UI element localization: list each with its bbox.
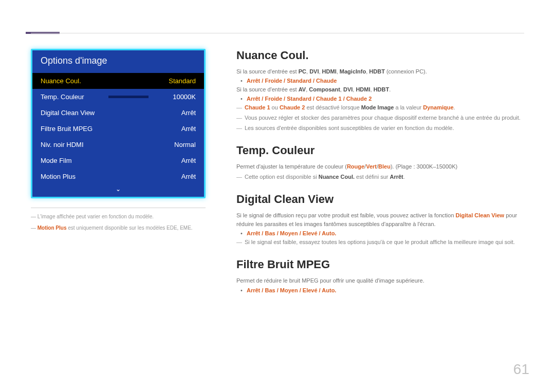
- paragraph: Permet de réduire le bruit MPEG pour off…: [236, 276, 524, 285]
- menu-item-label: Filtre Bruit MPEG: [41, 125, 92, 133]
- section-nuance-coul: Nuance Coul. Si la source d'entrée est P…: [236, 49, 524, 133]
- menu-item-nuance-coul[interactable]: Nuance Coul. Standard: [32, 73, 204, 89]
- bullet-item: Arrêt / Bas / Moyen / Elevé / Auto.: [236, 230, 524, 236]
- menu-item-label: Nuance Coul.: [41, 77, 81, 85]
- section-filtre-bruit-mpeg: Filtre Bruit MPEG Permet de réduire le b…: [236, 258, 524, 293]
- section-temp-couleur: Temp. Couleur Permet d'ajuster la tempér…: [236, 144, 524, 181]
- section-heading: Digital Clean View: [236, 193, 524, 206]
- menu-item-value: 10000K: [173, 93, 196, 101]
- menu-item-digital-clean-view[interactable]: Digital Clean View Arrêt: [32, 105, 204, 121]
- menu-item-value: Arrêt: [181, 109, 196, 117]
- chevron-down-icon[interactable]: ⌄: [32, 184, 204, 197]
- menu-item-mode-film[interactable]: Mode Film Arrêt: [32, 153, 204, 169]
- note-line: ―Vous pouvez régler et stocker des param…: [236, 114, 524, 122]
- menu-item-temp-couleur[interactable]: Temp. Couleur 10000K: [32, 89, 204, 105]
- section-heading: Filtre Bruit MPEG: [236, 258, 524, 271]
- bullet-item: Arrêt / Froide / Standard / Chaude: [236, 78, 524, 84]
- menu-item-value: Arrêt: [181, 125, 196, 133]
- section-heading: Temp. Couleur: [236, 144, 524, 157]
- menu-item-filtre-bruit-mpeg[interactable]: Filtre Bruit MPEG Arrêt: [32, 121, 204, 137]
- note-line: ―Chaude 1 ou Chaude 2 est désactivé lors…: [236, 103, 524, 112]
- options-image-menu[interactable]: Options d'image Nuance Coul. Standard Te…: [31, 49, 206, 198]
- menu-item-label: Motion Plus: [41, 173, 76, 180]
- footnote-1: ― L'image affichée peut varier en foncti…: [31, 213, 206, 220]
- paragraph: Permet d'ajuster la température de coule…: [236, 162, 524, 171]
- note-line: ―Si le signal est faible, essayez toutes…: [236, 238, 524, 247]
- menu-item-value: Arrêt: [181, 173, 196, 180]
- note-line: ―Les sources d'entrée disponibles sont s…: [236, 124, 524, 133]
- menu-item-value: Standard: [169, 77, 196, 85]
- footnote-2: ― Motion Plus est uniquement disponible …: [31, 225, 206, 232]
- menu-item-label: Temp. Couleur: [41, 93, 84, 101]
- menu-item-label: Niv. noir HDMI: [41, 141, 84, 148]
- bullet-item: Arrêt / Bas / Moyen / Elevé / Auto.: [236, 287, 524, 293]
- note-line: ―Cette option est disponible si Nuance C…: [236, 173, 524, 181]
- header-divider: [31, 33, 524, 33]
- page-number: 61: [513, 361, 529, 378]
- menu-item-label: Digital Clean View: [41, 109, 95, 117]
- menu-item-label: Mode Film: [41, 157, 72, 164]
- menu-item-niv-noir-hdmi[interactable]: Niv. noir HDMI Normal: [32, 137, 204, 153]
- section-digital-clean-view: Digital Clean View Si le signal de diffu…: [236, 193, 524, 247]
- menu-title: Options d'image: [32, 50, 204, 73]
- temp-couleur-slider[interactable]: [108, 96, 149, 98]
- paragraph: Si la source d'entrée est PC, DVI, HDMI,…: [236, 67, 524, 76]
- menu-item-value: Normal: [174, 141, 196, 148]
- paragraph: Si le signal de diffusion reçu par votre…: [236, 211, 524, 229]
- menu-item-motion-plus[interactable]: Motion Plus Arrêt: [32, 169, 204, 184]
- section-heading: Nuance Coul.: [236, 49, 524, 62]
- footnotes-block: ― L'image affichée peut varier en foncti…: [31, 208, 206, 232]
- bullet-item: Arrêt / Froide / Standard / Chaude 1 / C…: [236, 96, 524, 102]
- menu-item-value: Arrêt: [181, 157, 196, 164]
- paragraph: Si la source d'entrée est AV, Composant,…: [236, 85, 524, 94]
